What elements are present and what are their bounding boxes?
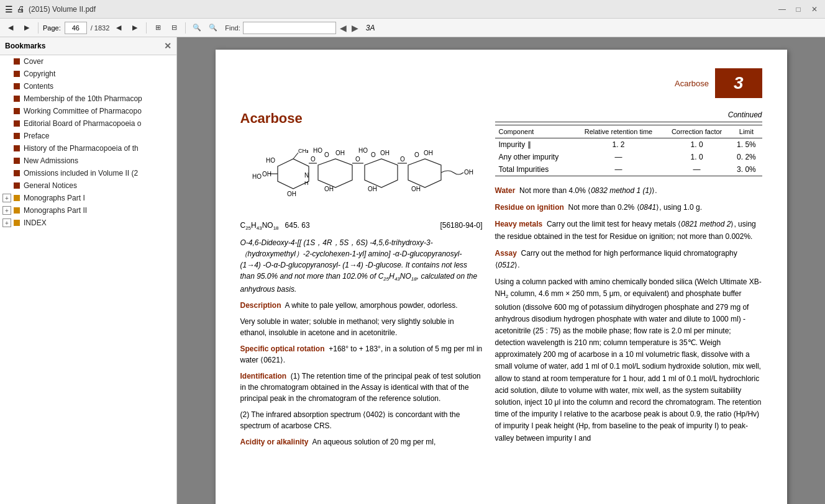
find-prev-button[interactable]: ◀: [339, 22, 348, 34]
svg-marker-14: [365, 159, 398, 187]
bookmark-item-monographs-2[interactable]: + Monographs Part II: [0, 204, 176, 217]
bookmarks-title: Bookmarks: [5, 42, 45, 50]
bookmark-item-contents[interactable]: Contents: [0, 80, 176, 92]
expand-icon-index[interactable]: +: [2, 218, 11, 227]
svg-line-6: [293, 153, 298, 159]
fit-page-button[interactable]: ⊞: [151, 21, 165, 35]
bookmarks-list: Cover Copyright Contents Membership of t…: [0, 55, 176, 504]
close-button[interactable]: ✕: [809, 4, 820, 15]
bookmark-label-new-admissions: New Admissions: [24, 156, 78, 165]
minimize-button[interactable]: —: [777, 4, 788, 15]
search-button[interactable]: 🔍: [190, 21, 204, 35]
bookmarks-close-button[interactable]: ✕: [164, 41, 171, 51]
window-title: (2015) Volume II.pdf: [29, 5, 96, 14]
impurity-table: Component Relative retention time Correc…: [495, 125, 762, 176]
table-header-component: Component: [495, 125, 575, 138]
forward-button[interactable]: ▶: [20, 21, 34, 35]
svg-text:OH: OH: [368, 186, 377, 192]
bookmark-icon-membership: [14, 96, 20, 102]
section-acidity: Acidity or alkalinity An aqueous solutio…: [240, 436, 483, 448]
svg-marker-9: [318, 159, 352, 187]
toolbar-icon-1[interactable]: 🖨: [17, 4, 25, 14]
bookmark-label-general-notices: General Notices: [24, 181, 77, 190]
table-cell-component-3: Total Impurities: [495, 163, 575, 176]
bookmark-icon-omissions: [14, 170, 20, 176]
section-heavy-metals: Heavy metals Carry out the limit test fo…: [495, 218, 762, 242]
bookmark-label-index: INDEX: [24, 218, 47, 227]
bookmark-item-index[interactable]: + INDEX: [0, 217, 176, 229]
bookmark-item-copyright[interactable]: Copyright: [0, 68, 176, 80]
bookmark-label-cover: Cover: [24, 57, 43, 66]
bookmark-label-history: History of the Pharmacopoeia of th: [24, 144, 139, 153]
svg-text:HO: HO: [313, 147, 322, 154]
expand-icon-monographs-2[interactable]: +: [2, 206, 11, 215]
toolbar-separator-3: [185, 22, 186, 34]
section-solubility: Very soluble in water; soluble in methan…: [240, 316, 483, 338]
next-page-button[interactable]: ▶: [128, 21, 142, 35]
bookmark-item-omissions[interactable]: Omissions included in Volume II (2: [0, 167, 176, 179]
bookmark-item-cover[interactable]: Cover: [0, 55, 176, 68]
table-cell-limit-3: 3. 0%: [731, 163, 762, 176]
app-menu-icon[interactable]: ☰: [5, 4, 13, 14]
section-identification-2: (2) The infrared absorption spectrum ⟨04…: [240, 409, 483, 431]
bookmark-item-working-committee[interactable]: Working Committee of Pharmacopo: [0, 105, 176, 117]
bookmark-item-editorial[interactable]: Editorial Board of Pharmacopoeia o: [0, 117, 176, 130]
molecular-formula: C25H43NO18 645. 63: [240, 221, 310, 231]
table-cell-limit-2: 0. 2%: [731, 151, 762, 163]
svg-text:OH: OH: [464, 169, 473, 176]
bookmark-item-membership[interactable]: Membership of the 10th Pharmacop: [0, 92, 176, 105]
bookmark-icon-general-notices: [14, 182, 20, 189]
search-prev-button[interactable]: 🔍: [206, 21, 220, 35]
bookmark-icon-new-admissions: [14, 158, 20, 164]
table-cell-limit-1: 1. 5%: [731, 138, 762, 151]
cas-number: [56180-94-0]: [440, 221, 482, 231]
table-header-retention: Relative retention time: [574, 125, 663, 138]
title-bar: ☰ 🖨 (2015) Volume II.pdf — □ ✕: [0, 0, 825, 19]
fit-width-button[interactable]: ⊟: [167, 21, 181, 35]
find-input[interactable]: [243, 22, 336, 34]
table-cell-rrt-2: —: [574, 151, 663, 163]
svg-text:O: O: [414, 151, 419, 158]
table-cell-component-1: Impurity ∥: [495, 138, 575, 151]
find-next-button[interactable]: ▶: [350, 22, 360, 34]
bookmark-label-preface: Preface: [24, 132, 49, 140]
bookmark-icon-copyright: [14, 71, 20, 77]
svg-text:O: O: [371, 151, 376, 158]
bookmark-item-new-admissions[interactable]: New Admissions: [0, 155, 176, 167]
svg-text:H: H: [304, 180, 309, 186]
svg-text:O: O: [311, 156, 316, 163]
pdf-area: Acarbose 3 Acarbose HO OH: [177, 37, 825, 504]
svg-text:O: O: [400, 156, 405, 163]
bookmark-label-contents: Contents: [24, 82, 53, 91]
section-optical-rotation: Specific optical rotation +168° to + 183…: [240, 343, 483, 366]
section-assay: Assay Carry out the method for high perf…: [495, 248, 762, 271]
prev-page-button[interactable]: ◀: [112, 21, 125, 35]
page-number-input[interactable]: [65, 22, 87, 34]
bookmark-icon-editorial: [14, 120, 20, 127]
svg-text:OH: OH: [335, 150, 345, 156]
bookmark-item-preface[interactable]: Preface: [0, 130, 176, 142]
bookmark-item-general-notices[interactable]: General Notices: [0, 179, 176, 192]
bookmark-label-working-committee: Working Committee of Pharmacopo: [24, 107, 142, 115]
drug-title: Acarbose: [240, 110, 483, 127]
chem-info: C25H43NO18 645. 63 [56180-94-0]: [240, 221, 483, 231]
bookmark-icon-cover: [14, 58, 20, 65]
table-cell-cf-2: 1. 0: [663, 151, 731, 163]
maximize-button[interactable]: □: [793, 4, 804, 15]
section-assay-detail: Using a column packed with amino chemica…: [495, 276, 762, 444]
section-water: Water Not more than 4.0% ⟨0832 method 1 …: [495, 185, 762, 197]
svg-text:N: N: [304, 172, 309, 179]
back-button[interactable]: ◀: [4, 21, 17, 35]
expand-icon-monographs-1[interactable]: +: [2, 194, 11, 202]
zoom-indicator: 3A: [366, 24, 375, 32]
page-total: / 1832: [91, 24, 110, 32]
bookmark-icon-preface: [14, 133, 20, 139]
table-cell-cf-3: —: [663, 163, 731, 176]
bookmark-item-history[interactable]: History of the Pharmacopoeia of th: [0, 142, 176, 155]
bookmark-icon-contents: [14, 83, 20, 89]
bookmarks-panel: Bookmarks ✕ Cover Copyright Contents: [0, 37, 177, 504]
bookmark-item-monographs-1[interactable]: + Monographs Part I: [0, 192, 176, 204]
svg-text:O: O: [355, 156, 360, 163]
main-area: Bookmarks ✕ Cover Copyright Contents: [0, 37, 825, 504]
table-cell-rrt-1: 1. 2: [574, 138, 663, 151]
